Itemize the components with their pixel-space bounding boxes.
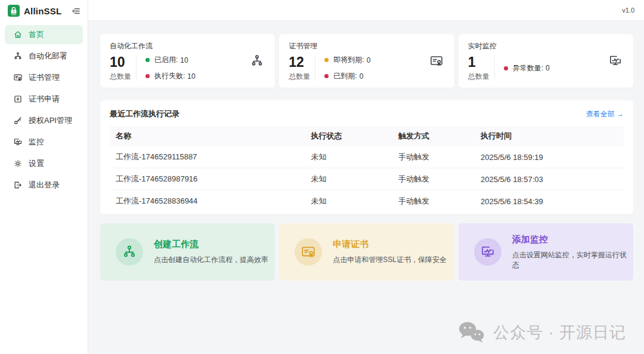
stat-title: 实时监控 — [468, 41, 624, 51]
cell-name: 工作流-1746528836944 — [110, 190, 305, 213]
sidebar-item-auto-deploy[interactable]: 自动化部署 — [5, 47, 83, 66]
view-all-link[interactable]: 查看全部 → — [586, 109, 624, 119]
divider — [136, 56, 137, 81]
metric-failed: 执行失败: 10 — [145, 71, 196, 81]
workflow-icon — [116, 238, 143, 266]
stat-value: 12 — [289, 54, 310, 70]
gear-icon — [13, 159, 23, 168]
metric-value: 0 — [546, 64, 550, 72]
status-dot-red — [324, 74, 329, 78]
action-desc: 点击设置网站监控，实时掌握运行状态 — [512, 250, 633, 270]
metric-abnormal: 异常数量: 0 — [504, 63, 550, 73]
sidebar-item-monitor[interactable]: 监控 — [5, 133, 83, 152]
sidebar-menu: 首页 自动化部署 证书管理 证书申请 — [0, 21, 88, 198]
divider — [494, 56, 495, 81]
stat-total: 12 总数量 — [289, 54, 310, 82]
wechat-icon — [457, 321, 486, 344]
plus-square-icon — [13, 94, 23, 104]
stat-value-label: 总数量 — [289, 72, 310, 82]
sidebar-item-api-auth[interactable]: 授权API管理 — [5, 111, 83, 130]
sidebar-item-home[interactable]: 首页 — [5, 25, 83, 44]
main-area: v1.0 自动化工作流 10 总数量 — [88, 0, 644, 354]
sidebar-item-cert-manage[interactable]: 证书管理 — [5, 68, 83, 87]
top-header: v1.0 — [88, 0, 644, 21]
table-row[interactable]: 工作流-1746529115887 未知 手动触发 2025/5/6 18:59… — [110, 146, 624, 168]
metric-label: 即将到期: — [333, 55, 364, 65]
metric-expiring: 即将到期: 0 — [324, 55, 370, 65]
logout-icon — [13, 180, 23, 190]
cell-time: 2025/5/6 18:54:39 — [475, 190, 624, 213]
table-header-row: 名称 执行状态 触发方式 执行时间 — [110, 126, 624, 146]
stat-value: 10 — [110, 54, 131, 70]
cell-trigger: 手动触发 — [392, 168, 475, 190]
sidebar-item-settings[interactable]: 设置 — [5, 154, 83, 173]
action-title: 添加监控 — [512, 234, 633, 245]
monitor-icon — [608, 54, 623, 68]
sidebar-item-logout[interactable]: 退出登录 — [5, 176, 83, 195]
stat-value: 1 — [468, 54, 490, 70]
sidebar-item-label: 自动化部署 — [29, 51, 67, 61]
watermark: 公众号 · 开源日记 — [100, 321, 633, 344]
logo-row: AllinSSL — [0, 0, 88, 21]
col-name: 名称 — [110, 126, 305, 146]
add-monitor-card[interactable]: 添加监控 点击设置网站监控，实时掌握运行状态 — [459, 223, 633, 281]
stat-title: 证书管理 — [289, 41, 444, 51]
action-desc: 点击创建自动化工作流程，提高效率 — [154, 255, 268, 265]
certificate-icon — [429, 54, 444, 68]
sidebar-item-label: 证书管理 — [29, 72, 60, 83]
divider — [315, 56, 315, 81]
metric-label: 执行失败: — [154, 71, 185, 81]
cell-trigger: 手动触发 — [392, 190, 475, 213]
metric-value: 10 — [180, 56, 188, 64]
metric-value: 0 — [360, 72, 364, 81]
status-dot-red — [504, 66, 508, 70]
quick-actions-row: 创建工作流 点击创建自动化工作流程，提高效率 申请证书 点击申请和管理SSL证书… — [100, 223, 633, 281]
cell-time: 2025/5/6 18:59:19 — [475, 146, 624, 168]
app-title: AllinSSL — [24, 6, 67, 16]
stat-card-workflows: 自动化工作流 10 总数量 已启用: 10 — [100, 34, 275, 88]
watermark-text: 公众号 · 开源日记 — [493, 322, 626, 343]
action-title: 申请证书 — [333, 239, 447, 250]
apply-certificate-card[interactable]: 申请证书 点击申请和管理SSL证书，保障安全 — [279, 223, 454, 281]
version-label: v1.0 — [622, 7, 634, 14]
cell-status: 未知 — [305, 168, 393, 190]
metric-expired: 已到期: 0 — [324, 71, 370, 81]
sidebar-item-label: 监控 — [29, 137, 44, 147]
cell-time: 2025/5/6 18:57:03 — [475, 168, 624, 190]
stat-card-certificates: 证书管理 12 总数量 即将到期: 0 — [279, 34, 454, 88]
sidebar-item-label: 退出登录 — [29, 180, 60, 190]
sidebar-item-label: 证书申请 — [29, 94, 60, 104]
metric-value: 10 — [187, 72, 195, 81]
certificate-icon — [295, 238, 322, 266]
certificate-icon — [13, 73, 23, 82]
workflow-icon — [13, 51, 23, 61]
col-trigger: 触发方式 — [392, 126, 475, 146]
stat-total: 10 总数量 — [110, 54, 131, 82]
action-title: 创建工作流 — [154, 239, 268, 250]
metric-label: 已启用: — [154, 55, 178, 65]
metric-label: 已到期: — [333, 71, 357, 81]
home-icon — [13, 30, 23, 39]
stat-value-label: 总数量 — [468, 72, 490, 82]
workflow-icon — [250, 54, 264, 68]
records-table: 名称 执行状态 触发方式 执行时间 工作流-1746529115887 未知 手… — [110, 126, 624, 212]
stat-card-monitoring: 实时监控 1 总数量 异常数量: 0 — [459, 34, 633, 88]
create-workflow-card[interactable]: 创建工作流 点击创建自动化工作流程，提高效率 — [100, 223, 275, 281]
table-row[interactable]: 工作流-1746528987916 未知 手动触发 2025/5/6 18:57… — [110, 168, 624, 190]
app-window: AllinSSL 首页 自动化部署 — [0, 0, 644, 354]
col-time: 执行时间 — [475, 126, 624, 146]
sidebar-item-label: 首页 — [29, 29, 44, 40]
stat-title: 自动化工作流 — [110, 41, 265, 51]
sidebar-item-cert-apply[interactable]: 证书申请 — [5, 90, 83, 109]
cell-name: 工作流-1746528987916 — [110, 168, 305, 190]
recent-records-panel: 最近工作流执行记录 查看全部 → 名称 执行状态 触发方式 执行时间 — [100, 100, 633, 214]
cell-name: 工作流-1746529115887 — [110, 146, 305, 168]
status-dot-green — [145, 58, 150, 62]
status-dot-red — [145, 74, 150, 78]
sidebar-collapse-icon[interactable] — [72, 7, 80, 16]
stat-value-label: 总数量 — [110, 72, 131, 82]
table-row[interactable]: 工作流-1746528836944 未知 手动触发 2025/5/6 18:54… — [110, 190, 624, 213]
metric-enabled: 已启用: 10 — [145, 55, 196, 65]
cell-status: 未知 — [305, 190, 393, 213]
allinssl-logo-icon — [8, 5, 20, 17]
